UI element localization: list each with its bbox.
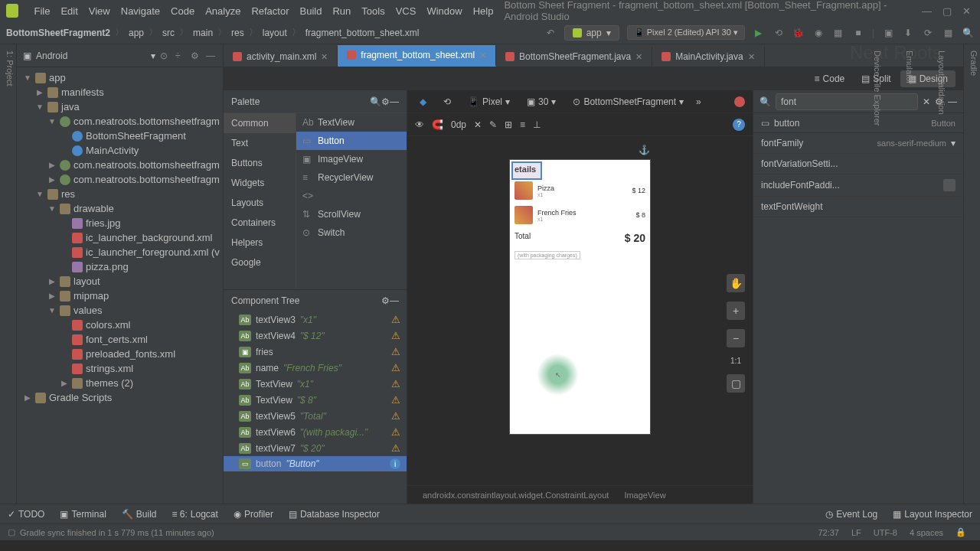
breadcrumb-item[interactable]: BottomSheetFragment2 [6,28,110,38]
magnet-icon[interactable]: 🧲 [432,119,443,130]
menu-view[interactable]: View [89,5,110,17]
palette-category[interactable]: Buttons [224,153,296,173]
gear-icon[interactable]: ⚙ [191,51,201,61]
sync-icon[interactable]: ⊙ [160,51,171,61]
tree-item[interactable]: MainActivity [17,143,223,158]
tree-item[interactable]: strings.xml [17,361,223,376]
zoom-in-button[interactable]: + [727,302,745,320]
fit-button[interactable]: ▢ [727,374,745,393]
palette-category[interactable]: Common [224,113,296,133]
tree-item[interactable]: ▶Gradle Scripts [17,390,223,405]
tree-item[interactable]: font_certs.xml [17,332,223,347]
menu-vcs[interactable]: VCS [396,5,416,17]
palette-category[interactable]: Text [224,133,296,153]
project-tab[interactable]: 1: Project [5,51,15,497]
logcat-tab[interactable]: ≡ 6: Logcat [172,509,218,520]
menu-file[interactable]: File [34,5,50,17]
database-tab[interactable]: ▤ Database Inspector [289,509,380,520]
palette-item[interactable]: ≡RecyclerView [296,168,407,187]
component-tree-item[interactable]: ▭button "Button"i [224,456,407,471]
project-tree[interactable]: ▼app▶manifests▼java▼com.neatroots.bottom… [17,67,223,504]
design-canvas[interactable]: ⚓ etails Pizza x1 $ 12 [407,136,753,485]
editor-tab[interactable]: BottomSheetFragment.java✕ [496,47,652,67]
collapse-icon[interactable]: ÷ [175,51,186,61]
sdk-icon[interactable]: ⬇ [902,27,914,39]
help-icon[interactable]: ? [733,119,745,131]
hide-icon[interactable]: — [206,51,217,61]
tree-item[interactable]: ic_launcher_background.xml [17,230,223,245]
design-surface-icon[interactable]: ◆ [415,95,431,109]
breadcrumb-item[interactable]: layout [263,28,287,38]
tree-item[interactable]: ▼app [17,70,223,85]
component-tree-item[interactable]: AbtextView4 "$ 12"⚠ [224,328,407,344]
gradle-tab[interactable]: Gradle [969,51,978,497]
attribute-search-input[interactable] [776,93,918,110]
menu-window[interactable]: Window [426,5,462,17]
tree-item[interactable]: BottomSheetFragment [17,129,223,143]
terminal-tab[interactable]: ▣ Terminal [60,509,106,520]
zoom-level[interactable]: 1:1 [730,357,741,365]
component-path[interactable]: ImageView [624,491,665,500]
device-select[interactable]: 📱 Pixel ▾ [463,95,514,109]
tree-item[interactable]: ic_launcher_foreground.xml (v [17,245,223,259]
orientation-icon[interactable]: ⟲ [439,95,456,109]
minimize-button[interactable]: — [920,5,933,16]
guidelines-icon[interactable]: ⊥ [533,119,541,130]
profiler-tab[interactable]: ◉ Profiler [234,509,273,520]
menu-build[interactable]: Build [300,5,322,17]
tree-item[interactable]: pizza.png [17,259,223,274]
hide-icon[interactable]: — [390,96,399,107]
search-icon[interactable]: 🔍 [962,27,974,39]
palette-item[interactable]: ▭Button [296,132,407,150]
search-icon[interactable]: 🔍 [370,96,381,107]
pack-icon[interactable]: ⊞ [505,119,512,130]
palette-item[interactable]: AbTextView [296,113,407,132]
tree-item[interactable]: ▶layout [17,274,223,289]
component-tree-item[interactable]: Abname "French Fries"⚠ [224,360,407,376]
tree-item[interactable]: ▼drawable [17,201,223,216]
component-tree-item[interactable]: AbtextView3 "x1"⚠ [224,311,407,328]
run-button[interactable]: ▶ [753,27,765,39]
tree-item[interactable]: ▼res [17,187,223,201]
tree-item[interactable]: ▼values [17,303,223,318]
palette-item[interactable]: <> [296,187,407,205]
apply-changes-icon[interactable]: ⟲ [773,27,785,39]
palette-category[interactable]: Layouts [224,193,296,213]
structure-icon[interactable]: ▦ [942,27,954,39]
tree-item[interactable]: preloaded_fonts.xml [17,347,223,361]
encoding[interactable]: UTF-8 [867,528,903,537]
editor-tab[interactable]: activity_main.xml✕ [224,47,338,67]
palette-category[interactable]: Containers [224,213,296,233]
component-tree-item[interactable]: ▣fries ⚠ [224,344,407,360]
selection-outline[interactable] [511,161,542,180]
tree-item[interactable]: ▶mipmap [17,289,223,303]
profiler-icon[interactable]: ◉ [812,27,825,39]
error-indicator[interactable] [734,96,745,107]
breadcrumb-item[interactable]: res [231,28,244,38]
run-config-select[interactable]: app▾ [564,25,619,41]
hide-icon[interactable]: — [390,295,399,306]
palette-category[interactable]: Helpers [224,233,296,253]
code-view-button[interactable]: ≡ Code [807,70,853,87]
sync-icon[interactable]: ⟳ [922,27,934,39]
breadcrumb-item[interactable]: main [193,28,213,38]
pan-icon[interactable]: ✋ [727,274,745,292]
tree-item[interactable]: ▶manifests [17,85,223,99]
device-explorer-tab[interactable]: Device File Explorer [873,51,882,497]
attribute-row[interactable]: textFontWeight [753,197,963,217]
coverage-icon[interactable]: ▦ [832,27,844,39]
menu-edit[interactable]: Edit [60,5,77,17]
palette-item[interactable]: ⇅ScrollView [296,205,407,223]
attribute-row[interactable]: includeFontPaddi... [753,174,963,197]
maximize-button[interactable]: ▢ [940,5,954,16]
component-tree-item[interactable]: AbTextView "x1"⚠ [224,376,407,392]
menu-run[interactable]: Run [332,5,351,17]
layout-inspector-tab[interactable]: ▦ Layout Inspector [893,509,972,520]
debug-icon[interactable]: 🐞 [792,27,805,39]
gear-icon[interactable]: ⚙ [381,96,390,107]
todo-tab[interactable]: ✓ TODO [8,509,44,520]
component-tree-item[interactable]: AbTextView "$ 8"⚠ [224,392,407,408]
menu-refactor[interactable]: Refactor [251,5,289,17]
palette-category[interactable]: Widgets [224,173,296,193]
component-tree-item[interactable]: AbtextView6 "(with packagi..."⚠ [224,424,407,440]
